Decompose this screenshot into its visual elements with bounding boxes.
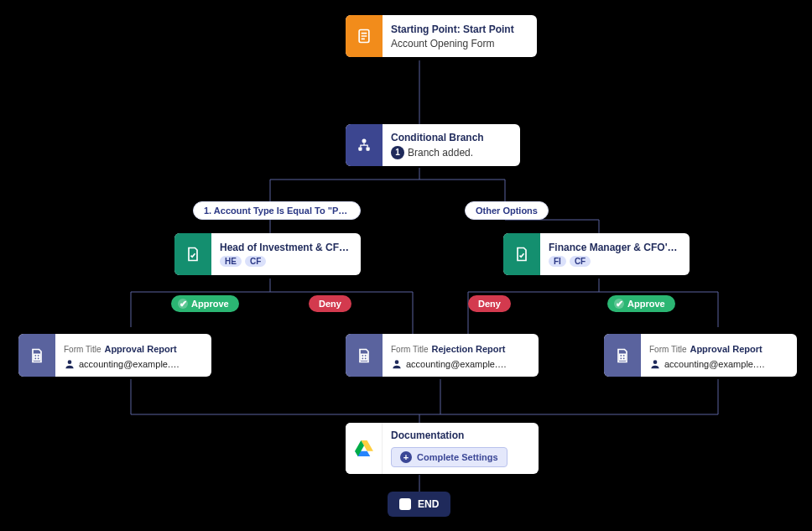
stop-icon — [399, 498, 411, 510]
svg-point-26 — [395, 360, 399, 364]
svg-point-30 — [653, 360, 658, 364]
end-label: END — [418, 498, 439, 510]
svg-rect-18 — [367, 148, 370, 151]
svg-rect-17 — [358, 148, 362, 151]
approver-tag: FI — [549, 256, 566, 267]
branch-icon — [346, 124, 383, 166]
report-node-right[interactable]: Form TitleApproval Report accounting@exa… — [604, 334, 797, 377]
report-icon — [18, 334, 55, 377]
approval-left-title: Head of Investment & CFO's … — [220, 242, 351, 253]
svg-point-22 — [68, 360, 72, 364]
complete-settings-button[interactable]: +Complete Settings — [391, 447, 508, 467]
approval-icon — [174, 233, 211, 275]
report-right-user: accounting@example.… — [664, 359, 765, 369]
status-deny-right: Deny — [468, 295, 511, 312]
approval-icon — [503, 233, 540, 275]
start-title: Starting Point: Start Point — [391, 23, 527, 35]
end-node: END — [388, 492, 450, 517]
status-deny-left: Deny — [309, 295, 351, 312]
doc-title: Documentation — [391, 429, 528, 441]
start-node[interactable]: Starting Point: Start Point Account Open… — [346, 15, 537, 57]
report-mid-title: Rejection Report — [431, 344, 505, 354]
report-icon — [346, 334, 383, 377]
report-node-mid[interactable]: Form TitleRejection Report accounting@ex… — [346, 334, 539, 377]
report-mid-user: accounting@example.… — [406, 359, 507, 369]
svg-point-16 — [362, 139, 367, 143]
plus-icon: + — [400, 451, 412, 463]
report-icon — [604, 334, 641, 377]
user-icon — [649, 358, 661, 370]
approver-tag: CF — [570, 256, 591, 267]
start-subtitle: Account Opening Form — [391, 38, 527, 49]
report-node-left[interactable]: Form TitleApproval Report accounting@exa… — [18, 334, 211, 377]
user-icon — [64, 358, 75, 370]
approval-node-right[interactable]: Finance Manager & CFO's A… FI CF — [503, 233, 690, 275]
branch-condition-left[interactable]: 1. Account Type Is Equal To "Prior… — [193, 201, 361, 220]
form-title-label: Form Title — [64, 345, 101, 354]
branch-count-badge: 1 — [391, 146, 404, 159]
approver-tag: HE — [220, 256, 242, 267]
form-title-label: Form Title — [391, 345, 428, 354]
report-left-user: accounting@example.… — [79, 359, 180, 369]
status-approve-left: ✔Approve — [171, 295, 239, 312]
user-icon — [391, 358, 403, 370]
approval-right-title: Finance Manager & CFO's A… — [549, 242, 679, 253]
cond-text: Branch added. — [408, 147, 473, 159]
cond-title: Conditional Branch — [391, 132, 510, 143]
form-icon — [346, 15, 383, 57]
approval-node-left[interactable]: Head of Investment & CFO's … HE CF — [174, 233, 361, 275]
branch-condition-right[interactable]: Other Options — [465, 201, 549, 220]
report-right-title: Approval Report — [690, 344, 762, 354]
google-drive-icon — [346, 423, 383, 474]
form-title-label: Form Title — [649, 345, 686, 354]
approver-tag: CF — [245, 256, 266, 267]
status-approve-right: ✔Approve — [607, 295, 675, 312]
conditional-branch-node[interactable]: Conditional Branch 1 Branch added. — [346, 124, 520, 166]
documentation-node[interactable]: Documentation +Complete Settings — [346, 423, 539, 474]
report-left-title: Approval Report — [104, 344, 176, 354]
